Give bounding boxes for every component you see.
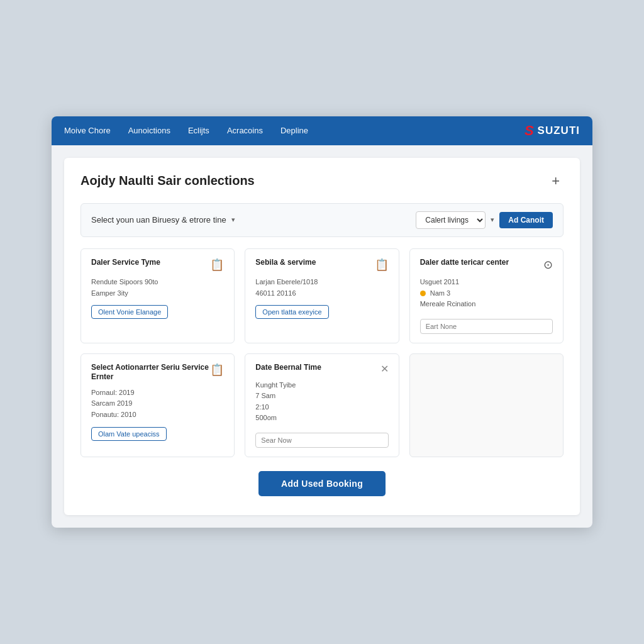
card-title-5: Date Beernal Time (255, 363, 321, 373)
card-body-line-2-1: Larjan Eberele/1018 (255, 277, 388, 288)
card-body-line-1-2: Eamper 3ity (91, 288, 224, 299)
card-empty (409, 353, 564, 457)
card-body-line-5-3: 2:10 (255, 402, 388, 413)
clipboard-icon-4: 📋 (210, 363, 224, 377)
card-header-2: Sebila & servime 📋 (255, 258, 388, 272)
card-body-line-4-3: Ponautu: 2010 (91, 409, 224, 421)
card-body-line-5-1: Kunght Tyibe (255, 380, 388, 391)
page-title: Aojdy Naulti Sair conlections (80, 174, 255, 188)
status-dot-icon (420, 291, 426, 296)
card-body-line-1-1: Rendute Sipoors 90to (91, 277, 224, 288)
nav-item-5[interactable]: Depline (280, 126, 308, 135)
card-title-1: Daler Service Tyme (91, 258, 160, 268)
card-body-line-3-2: Nam 3 (420, 288, 553, 299)
card-sebila-service: Sebila & servime 📋 Larjan Eberele/1018 4… (245, 248, 399, 343)
card-body-line-3-1: Usguet 2011 (420, 277, 553, 288)
card-body-5: Kunght Tyibe 7 Sam 2:10 500om (255, 380, 388, 424)
cards-grid: Daler Service Tyme 📋 Rendute Sipoors 90t… (80, 248, 564, 457)
main-content: Aojdy Naulti Sair conlections + Select y… (64, 158, 580, 515)
filter-action-button[interactable]: Ad Canoit (499, 212, 553, 228)
card-body-line-4-1: Pornaul: 2019 (91, 387, 224, 399)
card-title-2: Sebila & servime (255, 258, 316, 268)
card-body-1: Rendute Sipoors 90to Eamper 3ity (91, 277, 224, 299)
card-body-4: Pornaul: 2019 Sarcam 2019 Ponautu: 2010 (91, 387, 224, 421)
nav-item-4[interactable]: Acracoins (227, 126, 263, 135)
card-dealer-date: Daler datte tericar center ⊙ Usguet 2011… (409, 248, 564, 343)
card-body-line-4-2: Sarcam 2019 (91, 398, 224, 409)
card-body-line-2-2: 46011 20116 (255, 288, 388, 299)
clipboard-icon-2: 📋 (375, 258, 389, 272)
clipboard-icon-1: 📋 (210, 258, 224, 272)
page-header: Aojdy Naulti Sair conlections + (80, 172, 564, 191)
card-dealer-service-type: Daler Service Tyme 📋 Rendute Sipoors 90t… (80, 248, 235, 343)
filter-select[interactable]: Calert livings (416, 211, 486, 229)
card-header-5: Date Beernal Time ✕ (255, 363, 388, 375)
card-date-beer-time: Date Beernal Time ✕ Kunght Tyibe 7 Sam 2… (245, 353, 399, 457)
card-body-3: Usguet 2011 Nam 3 Mereale Rcination (420, 277, 553, 310)
brand-logo: S SUZUTI (525, 123, 580, 139)
card-header-1: Daler Service Tyme 📋 (91, 258, 224, 272)
filter-actions: Calert livings ▾ Ad Canoit (416, 211, 553, 229)
card-btn-2[interactable]: Open tlatta exeyice (255, 305, 328, 319)
nav-item-1[interactable]: Moive Chore (64, 126, 111, 135)
filter-bar: Select youn uan Biruesy & etrore tine ▾ … (80, 203, 564, 237)
suzuki-s-icon: S (525, 123, 534, 139)
nav-item-3[interactable]: Eclijts (188, 126, 209, 135)
card-body-line-5-2: 7 Sam (255, 391, 388, 402)
bottom-action: Add Used Booking (80, 471, 564, 496)
select-arrow-icon: ▾ (491, 216, 494, 224)
card-header-4: Select Aotionarrter Seriu Service Ernter… (91, 363, 224, 382)
filter-label: Select youn uan Biruesy & etrore tine (91, 215, 226, 225)
navbar: Moive Chore Aunoictions Eclijts Acracoin… (52, 116, 592, 145)
card-input-3[interactable] (420, 319, 553, 334)
add-used-booking-button[interactable]: Add Used Booking (258, 471, 386, 496)
brand-name: SUZUTI (538, 125, 580, 137)
card-btn-1[interactable]: Olent Vonie Elanage (91, 305, 168, 319)
dropdown-arrow-icon[interactable]: ▾ (231, 216, 235, 224)
card-body-line-3-3: Mereale Rcination (420, 299, 553, 310)
filter-label-group: Select youn uan Biruesy & etrore tine ▾ (91, 215, 235, 225)
circle-icon-3: ⊙ (543, 258, 553, 272)
nav-item-2[interactable]: Aunoictions (128, 126, 170, 135)
card-btn-4[interactable]: Olam Vate upeaciss (91, 427, 167, 441)
card-body-line-5-4: 500om (255, 413, 388, 424)
nav-items: Moive Chore Aunoictions Eclijts Acracoin… (64, 126, 525, 135)
card-title-4: Select Aotionarrter Seriu Service Ernter (91, 363, 210, 382)
card-select-service-center: Select Aotionarrter Seriu Service Ernter… (80, 353, 235, 457)
card-body-2: Larjan Eberele/1018 46011 20116 (255, 277, 388, 299)
card-title-3: Daler datte tericar center (420, 258, 509, 268)
close-icon-5[interactable]: ✕ (380, 363, 389, 375)
card-input-5[interactable] (255, 433, 388, 448)
main-window: Moive Chore Aunoictions Eclijts Acracoin… (52, 116, 592, 528)
add-button[interactable]: + (548, 172, 564, 191)
card-header-3: Daler datte tericar center ⊙ (420, 258, 553, 272)
